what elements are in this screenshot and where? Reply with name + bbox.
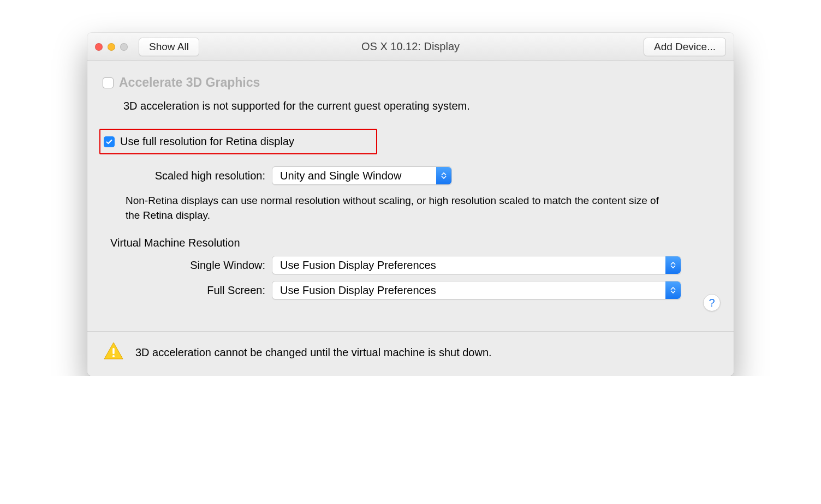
full-screen-value: Use Fusion Display Preferences: [280, 284, 436, 297]
window-controls: [95, 43, 128, 51]
window-title: OS X 10.12: Display: [361, 40, 460, 53]
full-screen-select[interactable]: Use Fusion Display Preferences: [272, 281, 681, 299]
content-area: Accelerate 3D Graphics 3D acceleration i…: [87, 61, 734, 331]
scaled-resolution-desc: Non-Retina displays can use normal resol…: [126, 194, 661, 223]
minimize-window-button[interactable]: [108, 43, 115, 51]
add-device-button[interactable]: Add Device...: [644, 38, 726, 56]
scaled-resolution-label: Scaled high resolution:: [103, 170, 272, 182]
select-stepper-icon: [665, 256, 681, 274]
svg-rect-0: [112, 348, 115, 354]
vm-resolution-heading: Virtual Machine Resolution: [110, 237, 718, 249]
footer: 3D acceleration cannot be changed until …: [87, 331, 734, 376]
close-window-button[interactable]: [95, 43, 103, 51]
retina-checkbox[interactable]: [104, 136, 115, 147]
svg-point-1: [112, 355, 115, 357]
scaled-resolution-value: Unity and Single Window: [280, 170, 401, 182]
help-button[interactable]: ?: [703, 294, 721, 311]
single-window-label: Single Window:: [103, 259, 272, 272]
zoom-window-button: [120, 43, 128, 51]
retina-label: Use full resolution for Retina display: [120, 135, 294, 148]
full-screen-label: Full Screen:: [103, 284, 272, 297]
show-all-button[interactable]: Show All: [139, 38, 199, 56]
checkmark-icon: [105, 138, 113, 146]
settings-window: Show All OS X 10.12: Display Add Device.…: [87, 33, 734, 376]
accelerate-3d-label: Accelerate 3D Graphics: [119, 75, 260, 90]
accelerate-3d-desc: 3D acceleration is not supported for the…: [123, 100, 718, 112]
single-window-select[interactable]: Use Fusion Display Preferences: [272, 256, 681, 274]
warning-icon: [103, 340, 124, 365]
accelerate-3d-row: Accelerate 3D Graphics: [103, 75, 718, 90]
select-stepper-icon: [436, 167, 451, 184]
footer-text: 3D acceleration cannot be changed until …: [135, 346, 492, 359]
titlebar: Show All OS X 10.12: Display Add Device.…: [87, 33, 734, 61]
retina-highlight: Use full resolution for Retina display: [99, 129, 377, 154]
select-stepper-icon: [665, 281, 681, 299]
accelerate-3d-checkbox: [103, 77, 114, 88]
scaled-resolution-select[interactable]: Unity and Single Window: [272, 166, 452, 185]
single-window-value: Use Fusion Display Preferences: [280, 259, 436, 272]
